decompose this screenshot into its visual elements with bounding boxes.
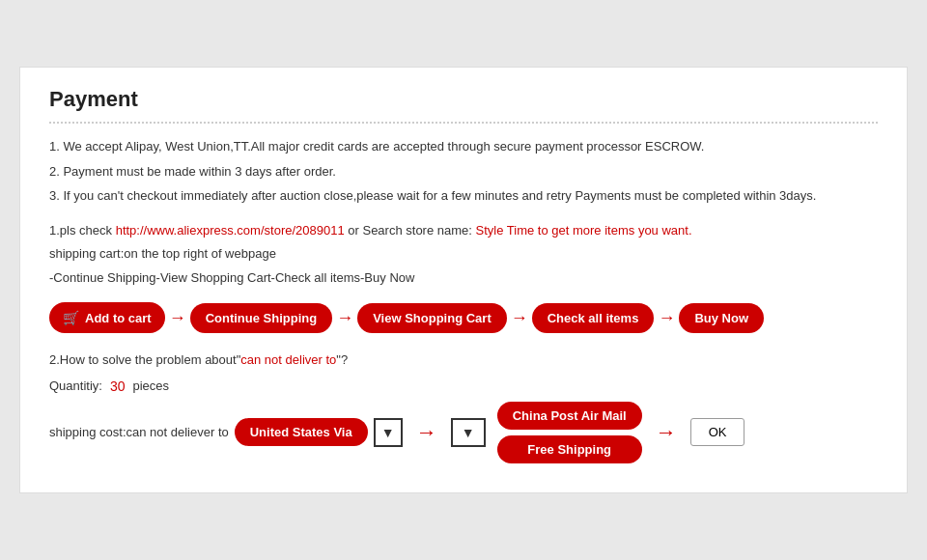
section2-title: 2.How to solve the problem about"can not… <box>49 350 878 371</box>
continue-shipping-button[interactable]: Continue Shipping <box>190 303 333 333</box>
section1: 1.pls check http://www.aliexpress.com/st… <box>49 221 878 289</box>
quantity-label: Quantitiy: <box>49 378 102 393</box>
ok-button[interactable]: OK <box>690 418 745 446</box>
cart-note: shipping cart:on the top right of webpag… <box>49 244 878 265</box>
store-name: Style Time to get more items you want. <box>476 223 692 238</box>
buy-now-button[interactable]: Buy Now <box>679 303 764 333</box>
flow-arrow-6: → <box>656 420 677 445</box>
view-shopping-cart-button[interactable]: View Shopping Cart <box>357 303 507 333</box>
quantity-row: Quantitiy: 30 pieces <box>49 378 878 394</box>
shipping-dropdown[interactable]: ▼ <box>451 418 486 447</box>
store-link[interactable]: http://www.aliexpress.com/store/2089011 <box>116 223 349 238</box>
rules-section: 1. We accept Alipay, West Union,TT.All m… <box>49 137 878 206</box>
quantity-unit: pieces <box>133 378 170 393</box>
rule-3: 3. If you can't checkout immediately aft… <box>49 186 878 206</box>
cart-icon: 🛒 <box>63 310 79 325</box>
shipping-options: China Post Air Mail Free Shipping <box>497 402 642 463</box>
arrow-1: → <box>169 308 186 328</box>
rule-1: 1. We accept Alipay, West Union,TT.All m… <box>49 137 878 156</box>
flow-note: -Continue Shipping-View Shopping Cart-Ch… <box>49 268 878 289</box>
flow-row: 🛒 Add to cart → Continue Shipping → View… <box>49 302 878 333</box>
page-title: Payment <box>49 87 878 124</box>
country-button[interactable]: United States Via <box>235 418 368 446</box>
arrow-3: → <box>511 308 528 328</box>
check-all-items-button[interactable]: Check all items <box>532 303 655 333</box>
shipping-label: shipping cost:can not deliever to <box>49 425 229 439</box>
main-container: Payment 1. We accept Alipay, West Union,… <box>19 67 908 493</box>
add-to-cart-button[interactable]: 🛒 Add to cart <box>49 302 165 333</box>
section2: 2.How to solve the problem about"can not… <box>49 350 878 463</box>
intro-text: 1.pls check <box>49 223 116 238</box>
free-shipping-button[interactable]: Free Shipping <box>497 435 642 463</box>
quantity-value: 30 <box>110 378 126 394</box>
rule-2: 2. Payment must be made within 3 days af… <box>49 162 878 182</box>
arrow-2: → <box>336 308 353 328</box>
flow-arrow-5: → <box>416 420 437 445</box>
mid-text: or Search store name: <box>348 223 472 238</box>
pls-check-line: 1.pls check http://www.aliexpress.com/st… <box>49 221 878 241</box>
shipping-row: shipping cost:can not deliever to United… <box>49 402 878 463</box>
country-dropdown[interactable]: ▼ <box>374 418 403 447</box>
china-post-button[interactable]: China Post Air Mail <box>497 402 642 430</box>
arrow-4: → <box>658 308 675 328</box>
